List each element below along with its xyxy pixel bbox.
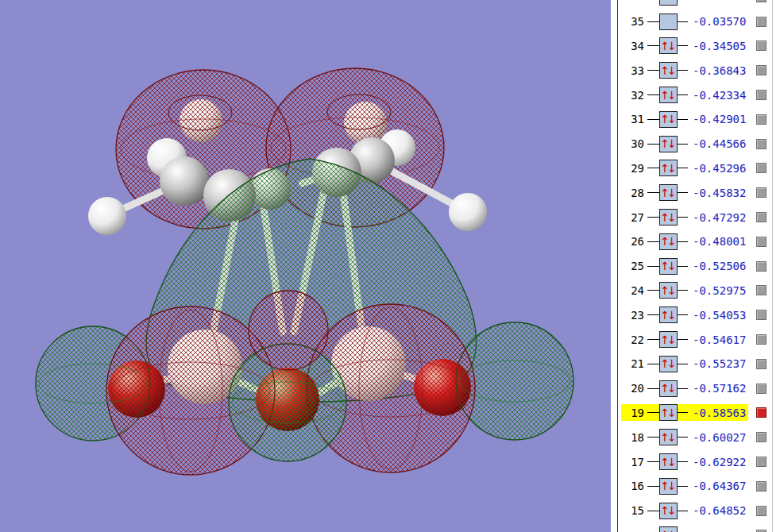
orbital-occupancy-box[interactable]: ↑ ↓	[659, 503, 678, 519]
orbital-row[interactable]: 22 ↑ ↓ -0.54617	[618, 327, 780, 352]
energy-level-line-left	[647, 412, 659, 413]
orbital-number: 25	[624, 260, 644, 272]
orbital-row[interactable]: 30 ↑ ↓ -0.44566	[618, 132, 780, 156]
orbital-row[interactable]: 18 ↑ ↓ -0.60027	[618, 425, 780, 449]
orbital-energy: -0.52506	[693, 260, 746, 272]
orbital-row[interactable]: 31 ↑ ↓ -0.42901	[618, 107, 780, 132]
energy-level-line-left	[647, 217, 659, 218]
orbital-number: 18	[624, 431, 644, 444]
orbital-row[interactable]: 28 ↑ ↓ -0.45832	[618, 180, 780, 205]
orbital-select-checkbox[interactable]	[756, 187, 766, 198]
orbital-occupancy-box[interactable]: ↑ ↓	[659, 209, 678, 226]
orbital-row[interactable]: ↑ ↓	[618, 523, 780, 532]
panel-gutter	[611, 0, 617, 532]
orbital-row[interactable]: 16 ↑ ↓ -0.64367	[618, 474, 780, 499]
orbital-occupancy-box[interactable]: ↑ ↓	[659, 62, 678, 79]
orbital-row[interactable]: 27 ↑ ↓ -0.47292	[618, 205, 780, 229]
orbital-occupancy-box[interactable]: ↑ ↓	[659, 233, 678, 250]
energy-level-line-right	[678, 486, 688, 487]
orbital-occupancy-box[interactable]: ↑ ↓	[659, 136, 678, 152]
orbital-occupancy-box[interactable]: ↑ ↓	[659, 429, 678, 445]
orbital-row[interactable]: 33 ↑ ↓ -0.36843	[618, 58, 780, 83]
orbital-row[interactable]: 32 ↑ ↓ -0.42334	[618, 83, 780, 107]
orbital-select-checkbox[interactable]	[756, 65, 766, 75]
orbital-select-checkbox[interactable]	[756, 261, 766, 272]
orbital-occupancy-box[interactable]	[659, 13, 678, 30]
orbital-select-checkbox[interactable]	[756, 310, 766, 320]
orbital-occupancy-box[interactable]: ↑ ↓	[659, 160, 678, 176]
orbital-row[interactable]: 29 ↑ ↓ -0.45296	[618, 156, 780, 181]
energy-level-line-left	[647, 192, 659, 193]
orbital-occupancy-box[interactable]: ↑ ↓	[659, 478, 678, 495]
orbital-occupancy-box[interactable]: ↑ ↓	[659, 282, 678, 299]
orbital-strip: 21 ↑ ↓ -0.55237	[621, 356, 748, 372]
orbital-select-checkbox[interactable]	[756, 90, 766, 100]
orbital-select-checkbox[interactable]	[756, 432, 766, 442]
orbital-occupancy-box[interactable]	[659, 0, 678, 6]
orbital-row[interactable]: 35 -0.03570	[618, 10, 780, 34]
orbital-row[interactable]: 19 ↑ ↓ -0.58563	[618, 401, 780, 426]
orbital-row[interactable]: 24 ↑ ↓ -0.52975	[618, 279, 780, 303]
orbital-strip: 25 ↑ ↓ -0.52506	[621, 258, 748, 275]
orbital-select-checkbox[interactable]	[756, 285, 766, 295]
orbital-occupancy-box[interactable]: ↑ ↓	[659, 331, 678, 348]
energy-level-line-left	[647, 45, 659, 46]
energy-level-line-right	[678, 461, 688, 462]
spin-down-arrow: ↓	[667, 40, 677, 52]
orbital-row[interactable]: 21 ↑ ↓ -0.55237	[618, 352, 780, 376]
orbital-select-checkbox[interactable]	[756, 40, 766, 51]
molecule-viewport[interactable]	[0, 0, 611, 532]
energy-level-line-right	[678, 94, 688, 95]
orbital-occupancy-box[interactable]: ↑ ↓	[659, 111, 678, 128]
orbital-occupancy-box[interactable]: ↑ ↓	[659, 526, 678, 532]
orbital-row[interactable]: 23 ↑ ↓ -0.54053	[618, 303, 780, 327]
orbital-occupancy-box[interactable]: ↑ ↓	[659, 380, 678, 397]
orbital-row[interactable]: 26 ↑ ↓ -0.48001	[618, 229, 780, 254]
orbital-select-checkbox[interactable]	[756, 407, 766, 418]
energy-level-line-right	[678, 119, 688, 120]
orbital-row[interactable]: 34 ↑ ↓ -0.34505	[618, 34, 780, 59]
spin-down-arrow: ↓	[667, 457, 677, 468]
orbital-list: 35 -0.03570 34 ↑ ↓ -0.34505 33	[618, 0, 780, 532]
orbital-occupancy-box[interactable]: ↑ ↓	[659, 87, 678, 103]
orbital-number: 32	[624, 89, 644, 102]
energy-level-line-right	[678, 364, 688, 364]
orbital-select-checkbox[interactable]	[756, 17, 766, 27]
orbital-select-checkbox[interactable]	[756, 139, 766, 149]
orbital-select-checkbox[interactable]	[756, 0, 766, 2]
orbital-select-checkbox[interactable]	[756, 384, 766, 394]
orbital-row[interactable]: 15 ↑ ↓ -0.64852	[618, 499, 780, 523]
energy-level-line-right	[678, 192, 688, 193]
orbital-select-checkbox[interactable]	[756, 212, 766, 222]
orbital-row[interactable]: 17 ↑ ↓ -0.62922	[618, 449, 780, 474]
orbital-occupancy-box[interactable]: ↑ ↓	[659, 184, 678, 201]
orbital-occupancy-box[interactable]: ↑ ↓	[659, 356, 678, 372]
orbital-row[interactable]: 20 ↑ ↓ -0.57162	[618, 376, 780, 401]
orbital-select-checkbox[interactable]	[756, 163, 766, 173]
energy-level-line-left	[647, 70, 659, 71]
orbital-number: 28	[624, 187, 644, 199]
orbital-select-checkbox[interactable]	[756, 359, 766, 369]
orbital-strip: 24 ↑ ↓ -0.52975	[621, 282, 748, 299]
orbital-select-checkbox[interactable]	[756, 506, 766, 516]
orbital-row[interactable]: 25 ↑ ↓ -0.52506	[618, 254, 780, 279]
orbital-occupancy-box[interactable]: ↑ ↓	[659, 453, 678, 470]
spin-down-arrow: ↓	[667, 310, 677, 321]
orbital-select-checkbox[interactable]	[756, 481, 766, 492]
spin-down-arrow: ↓	[667, 432, 677, 443]
orbital-select-checkbox[interactable]	[756, 457, 766, 467]
orbital-select-checkbox[interactable]	[756, 237, 766, 247]
orbital-select-checkbox[interactable]	[756, 114, 766, 125]
orbital-strip: 16 ↑ ↓ -0.64367	[621, 478, 748, 495]
orbital-occupancy-box[interactable]: ↑ ↓	[659, 306, 678, 323]
orbital-number: 15	[624, 504, 644, 517]
energy-level-line-right	[678, 266, 688, 267]
orbital-occupancy-box[interactable]: ↑ ↓	[659, 404, 678, 421]
orbital-select-checkbox[interactable]	[756, 334, 766, 345]
orbital-occupancy-box[interactable]: ↑ ↓	[659, 37, 678, 54]
energy-level-line-left	[647, 266, 659, 267]
orbital-number: 17	[624, 456, 644, 468]
orbital-occupancy-box[interactable]: ↑ ↓	[659, 258, 678, 275]
molecule-render	[0, 0, 611, 532]
orbital-row[interactable]	[618, 0, 780, 10]
